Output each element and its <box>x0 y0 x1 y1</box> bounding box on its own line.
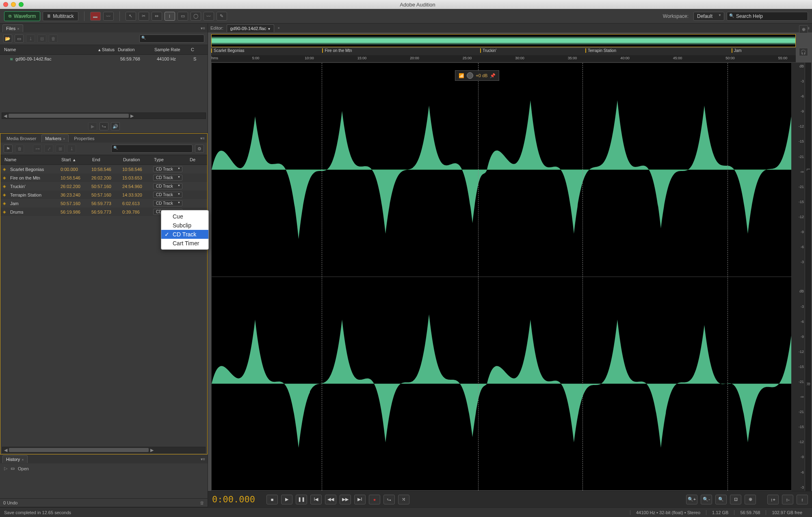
spectral-frequency-icon[interactable]: ▬ <box>90 12 101 21</box>
delete-marker-icon[interactable]: 🗑 <box>15 145 24 153</box>
zoom-reset-icon[interactable]: 🔍 <box>715 495 727 504</box>
tab-markers[interactable]: Markers× <box>41 134 69 142</box>
markers-column-headers[interactable]: Name Start ▴ End Duration Type De <box>0 155 207 165</box>
file-row[interactable]: ≋ gd90-09-14d2.flac 56:59.768 44100 Hz S <box>0 55 208 63</box>
insert-markers-icon[interactable]: ⊞ <box>56 145 65 153</box>
files-column-headers[interactable]: Name ▴ Status Duration Sample Rate C <box>0 45 208 55</box>
headphones-icon[interactable]: 🎧 <box>799 48 808 56</box>
new-file-icon[interactable]: ▭ <box>15 35 24 43</box>
close-window-icon[interactable] <box>3 2 8 7</box>
minimize-window-icon[interactable] <box>11 2 16 7</box>
delete-icon[interactable]: 🗑 <box>49 35 58 43</box>
preview-play-icon[interactable]: ▶ <box>88 122 97 130</box>
zoom-reset-amp-icon[interactable]: ↕ <box>797 495 808 504</box>
healing-brush-icon[interactable]: ✎ <box>217 12 227 21</box>
gain-hud[interactable]: 📶 +0 dB 📌 <box>455 70 499 81</box>
editor-file-tab[interactable]: gd90-09-14d2.flac ▼ <box>227 24 275 32</box>
zoom-out-amp-icon[interactable]: ↕- <box>782 495 793 504</box>
files-search-input[interactable] <box>139 35 204 43</box>
play-button[interactable]: ▶ <box>281 495 292 504</box>
marker-track[interactable]: Scarlet Begonias Fire on the Mtn Truckin… <box>211 48 796 55</box>
files-h-scrollbar[interactable]: ◀▶ <box>2 112 206 119</box>
popup-item-subclip[interactable]: Subclip <box>161 221 208 230</box>
marker-row[interactable]: ◈ Fire on the Mtn 10:58.546 26:02.200 15… <box>0 173 207 182</box>
pin-icon[interactable]: 📌 <box>490 73 496 78</box>
trash-icon[interactable]: 🗑 <box>200 500 204 505</box>
history-item[interactable]: ▷ ▭ Open <box>4 466 204 471</box>
move-tool-icon[interactable]: ↖ <box>126 12 136 21</box>
zoom-window-icon[interactable] <box>19 2 24 7</box>
forward-button[interactable]: ▶▶ <box>340 495 351 504</box>
loop-button[interactable]: ⮑ <box>383 495 395 504</box>
popup-item-cart-timer[interactable]: Cart Timer <box>161 239 208 248</box>
popup-item-cd-track[interactable]: CD Track <box>161 230 208 239</box>
marker-type-dropdown[interactable]: CD Track <box>153 183 182 189</box>
zoom-out-time-icon[interactable]: 🔍- <box>701 495 712 504</box>
marker-type-dropdown[interactable]: CD Track <box>153 166 182 172</box>
markers-h-scrollbar[interactable]: ◀▶ <box>2 447 206 453</box>
waveform-view-button[interactable]: ⧉Waveform <box>4 11 40 21</box>
goto-end-button[interactable]: ▶I <box>354 495 366 504</box>
waveform-overview[interactable] <box>211 34 796 47</box>
open-file-icon[interactable]: 📂 <box>3 35 12 43</box>
auto-play-icon[interactable]: ⮑ <box>100 122 108 130</box>
channel-right-label[interactable]: R <box>805 277 811 491</box>
tab-history[interactable]: History× <box>2 455 28 463</box>
zoom-in-point-icon[interactable]: ⊕ <box>745 495 756 504</box>
workspace-dropdown[interactable]: Default <box>693 12 724 21</box>
export-markers-icon[interactable]: ⤤ <box>44 145 53 153</box>
channel-left-label[interactable]: L <box>805 63 811 277</box>
export-audio-icon[interactable]: ⤓ <box>67 145 76 153</box>
tab-files[interactable]: Files× <box>2 24 23 32</box>
tab-media-browser[interactable]: Media Browser <box>3 134 40 142</box>
add-marker-icon[interactable]: ⚑ <box>4 145 13 153</box>
multitrack-view-button[interactable]: ≣Multitrack <box>43 11 78 21</box>
marker-type-dropdown[interactable]: CD Track <box>153 175 182 181</box>
marker-row[interactable]: ◈ Terrapin Station 36:23.240 50:57.160 1… <box>0 190 207 199</box>
record-button[interactable]: ● <box>369 495 380 504</box>
close-tab-icon[interactable]: × <box>22 458 24 462</box>
slip-tool-icon[interactable]: ⇔ <box>152 12 162 21</box>
skip-selection-button[interactable]: ⤭ <box>398 495 409 504</box>
pause-button[interactable]: ❚❚ <box>296 495 307 504</box>
help-search-input[interactable]: Search Help <box>727 12 808 21</box>
zoom-in-amp-icon[interactable]: ↕+ <box>767 495 779 504</box>
panel-menu-icon[interactable]: ▾≡ <box>201 26 205 30</box>
marker-row[interactable]: ◈ Jam 50:57.160 56:59.773 6:02.613 CD Tr… <box>0 199 207 208</box>
marker-tag[interactable]: Jam <box>732 48 743 53</box>
panel-menu-icon[interactable]: ▾≡ <box>200 136 205 141</box>
close-tab-icon[interactable]: × <box>277 26 279 30</box>
markers-search-input[interactable] <box>111 145 193 153</box>
time-selection-tool-icon[interactable]: I <box>165 12 175 21</box>
razor-tool-icon[interactable]: ✂ <box>139 12 149 21</box>
rewind-button[interactable]: ◀◀ <box>325 495 336 504</box>
marker-tag[interactable]: Terrapin Station <box>585 48 618 53</box>
waveform-display[interactable]: 📶 +0 dB 📌 <box>211 63 792 491</box>
tab-properties[interactable]: Properties <box>70 134 98 142</box>
marker-tag[interactable]: Truckin' <box>480 48 498 53</box>
import-icon[interactable]: ⤓ <box>26 35 35 43</box>
lasso-tool-icon[interactable]: ◯ <box>191 12 201 21</box>
marquee-tool-icon[interactable]: ▭ <box>178 12 188 21</box>
panel-menu-icon[interactable]: ▾≡ <box>201 457 205 461</box>
marker-row[interactable]: ◈ Scarlet Begonias 0:00.000 10:58.546 10… <box>0 165 207 173</box>
close-tab-icon[interactable]: × <box>63 137 65 141</box>
zoom-in-time-icon[interactable]: 🔍+ <box>686 495 697 504</box>
marker-type-dropdown[interactable]: CD Track <box>153 200 182 206</box>
marker-row[interactable]: ◈ Truckin' 26:02.200 50:57.160 24:54.960… <box>0 182 207 190</box>
marker-tag[interactable]: Fire on the Mtn <box>322 48 353 53</box>
spectral-pitch-icon[interactable]: 〰 <box>103 12 114 21</box>
loop-preview-icon[interactable]: 🔊 <box>111 122 120 130</box>
popup-item-cue[interactable]: Cue <box>161 212 208 221</box>
merge-markers-icon[interactable]: ⊶ <box>33 145 42 153</box>
marker-tag[interactable]: Scarlet Begonias <box>211 48 246 53</box>
marker-type-dropdown[interactable]: CD Track <box>153 192 182 198</box>
close-file-icon[interactable]: ⊟ <box>37 35 46 43</box>
gain-knob-icon[interactable] <box>467 72 473 79</box>
zoom-selection-icon[interactable]: ⊡ <box>730 495 741 504</box>
goto-start-button[interactable]: I◀ <box>310 495 322 504</box>
time-ruler[interactable]: hms 5:00 10:00 15:00 20:00 25:00 30:00 3… <box>211 55 796 63</box>
dropdown-icon[interactable]: ▼ <box>268 27 271 31</box>
brush-tool-icon[interactable]: 〰 <box>204 12 214 21</box>
zoom-navigator-icon[interactable]: ⊕ <box>799 25 808 33</box>
